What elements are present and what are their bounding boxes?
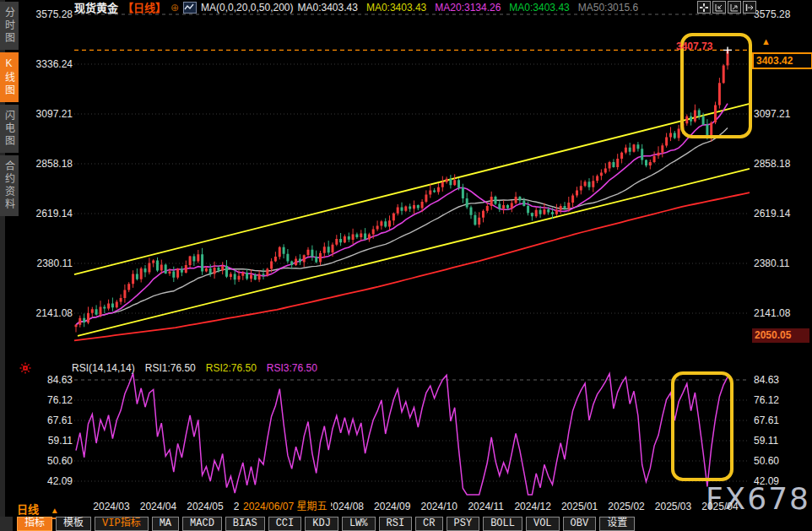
ma-value-label: MA0:3403.43 xyxy=(298,2,358,14)
tab-psy[interactable]: PSY xyxy=(447,517,480,531)
period-tag: 【日线】 xyxy=(122,0,166,15)
rsi1-value: RSI1:76.50 xyxy=(145,362,196,374)
indicator-settings-icon[interactable] xyxy=(19,362,31,374)
ma-settings-label: MA(0,0,20,0,50,200) xyxy=(201,2,293,14)
price-axis-label-left: 2380.11 xyxy=(25,257,73,269)
price-axis-label-left: 3336.24 xyxy=(25,58,73,70)
tab-cr[interactable]: CR xyxy=(415,517,442,531)
rsi3-value: RSI3:76.50 xyxy=(267,362,317,374)
crosshair-tool-icon[interactable] xyxy=(697,1,711,14)
rsi-axis-label-right: 59.11 xyxy=(754,435,801,447)
chart-header: 现货黄金 【日线】 ⊕ MA(0,0,20,0,50,200) MA0:3403… xyxy=(74,1,638,14)
last-price-badge: 3403.42 xyxy=(752,52,812,69)
x-axis-month-label: 2024/10 xyxy=(421,501,457,512)
ma-value-label: MA0:3403.43 xyxy=(366,2,426,14)
candle-wicks-down xyxy=(84,108,707,327)
session-high-label: 3407.73 xyxy=(676,41,712,52)
chart-type-sidebar: 分时图K线图闪电图合约资料 xyxy=(0,2,19,219)
indicator-toolbar: 指标模板VIP指标MAMACDBIASCCIKDJLW%RSICRPSYBOLL… xyxy=(17,517,635,531)
rsi-header: RSI(14,14,14) RSI1:76.50 RSI2:76.50 RSI3… xyxy=(72,362,317,374)
price-up-arrow-icon: ▲ xyxy=(761,36,771,46)
timeframe-label: 日线 xyxy=(17,503,39,516)
x-axis-month-label: 2024/09 xyxy=(374,501,410,512)
sidebar-tab-kline-chart[interactable]: K线图 xyxy=(0,52,19,102)
price-axis-label-left: 3097.21 xyxy=(25,108,73,120)
price-axis-label-right: 3575.28 xyxy=(754,8,801,20)
last-price-tick xyxy=(723,46,732,53)
tab-template[interactable]: 模板 xyxy=(56,517,91,531)
price-axis-label-right: 2619.14 xyxy=(754,208,801,219)
candle-wicks-up xyxy=(76,49,728,332)
ma200-line xyxy=(74,192,750,340)
toolbar-corner-block xyxy=(0,517,13,531)
tab-boll[interactable]: BOLL xyxy=(483,517,522,531)
rsi-axis-label-right: 76.12 xyxy=(754,394,801,406)
dropup-arrow-icon: ▲ xyxy=(51,506,59,515)
x-axis-month-label: 2024/11 xyxy=(468,501,504,512)
rsi-axis-label-left: 50.60 xyxy=(25,455,73,467)
zoom-out-icon[interactable] xyxy=(712,1,726,14)
tab-vip-indicator[interactable]: VIP指标 xyxy=(95,517,149,531)
x-axis-month-label: 2025/03 xyxy=(655,501,691,512)
symbol-name: 现货黄金 xyxy=(74,0,118,15)
x-axis-month-label: 2024/08 xyxy=(328,501,364,512)
rsi-axis-label-left: 59.11 xyxy=(25,435,73,447)
rsi-title: RSI(14,14,14) xyxy=(72,362,135,374)
price-axis-label-left: 2858.18 xyxy=(25,158,73,170)
rsi-axis-label-right: 50.60 xyxy=(754,455,801,467)
tab-vol[interactable]: VOL xyxy=(526,517,560,531)
add-indicator-icon[interactable]: ⊕ xyxy=(171,2,179,14)
sidebar-tab-flash-chart[interactable]: 闪电图 xyxy=(0,105,19,153)
tab-cci[interactable]: CCI xyxy=(268,517,302,531)
rsi-axis-label-right: 42.09 xyxy=(754,475,801,487)
x-axis-month-label: 2024/05 xyxy=(187,501,223,512)
ma-values: MA0:3403.43MA0:3403.43MA20:3134.26MA0:34… xyxy=(298,2,639,14)
tab-macd[interactable]: MACD xyxy=(182,517,222,531)
tab-settings[interactable]: 设置 xyxy=(599,517,635,531)
pan-right-icon[interactable] xyxy=(743,1,756,14)
x-axis-month-label: 2024/04 xyxy=(140,501,176,512)
tab-lw[interactable]: LW% xyxy=(342,517,376,531)
chart-canvas[interactable] xyxy=(0,0,812,531)
highlight-box xyxy=(673,373,732,480)
ma-value-label: MA50:3015.6 xyxy=(578,2,638,14)
candle-bodies-down xyxy=(83,110,708,322)
period-low-badge: 2050.05 xyxy=(752,328,809,343)
x-axis-month-label: 2025/04 xyxy=(701,501,738,512)
price-axis-label-left: 3575.28 xyxy=(25,8,73,20)
x-axis-month-label: 2024/12 xyxy=(514,501,550,512)
rsi-axis-label-left: 76.12 xyxy=(25,394,73,406)
zoom-in-icon[interactable] xyxy=(728,1,741,14)
sidebar-tab-contract-info[interactable]: 合约资料 xyxy=(0,155,19,216)
rsi-axis-label-right: 84.63 xyxy=(754,374,801,386)
price-axis-label-right: 2380.11 xyxy=(754,257,801,269)
x-axis-month-label: 2024/03 xyxy=(93,501,129,512)
candle-bodies-up xyxy=(75,51,729,328)
tab-bias[interactable]: BIAS xyxy=(225,517,265,531)
rsi-axis-label-left: 67.61 xyxy=(25,415,73,426)
rsi-axis-label-right: 67.61 xyxy=(754,415,801,426)
price-axis-label-right: 3097.21 xyxy=(754,108,801,120)
price-axis-label-left: 2619.14 xyxy=(25,208,73,219)
tab-obv[interactable]: OBV xyxy=(563,517,597,531)
tab-ma[interactable]: MA xyxy=(152,517,179,531)
ma-value-label: MA20:3134.26 xyxy=(435,2,501,14)
indicator-chart-icon[interactable] xyxy=(183,2,197,14)
rsi-axis-label-left: 42.09 xyxy=(25,475,73,487)
tab-rsi[interactable]: RSI xyxy=(379,517,413,531)
ma-value-label: MA0:3403.43 xyxy=(509,2,569,14)
trend-channel-lower xyxy=(78,169,750,336)
crosshair-date-tooltip: 2024/06/07 星期五 xyxy=(239,500,331,514)
price-axis-label-right: 2141.08 xyxy=(754,307,801,319)
trend-channel-upper xyxy=(74,104,750,274)
x-axis-month-label: 2025/01 xyxy=(561,501,598,512)
tab-kdj[interactable]: KDJ xyxy=(305,517,338,531)
chart-toolbar-icons xyxy=(697,1,756,14)
rsi-line xyxy=(76,373,728,495)
tab-indicator[interactable]: 指标 xyxy=(17,517,52,531)
price-axis-label-left: 2141.08 xyxy=(25,307,73,319)
sidebar-tab-time-chart[interactable]: 分时图 xyxy=(0,2,19,50)
trading-app-window: FX678 分时图K线图闪电图合约资料 现货黄金 【日线】 ⊕ MA(0,0,2… xyxy=(0,0,812,531)
x-axis-month-label: 2025/02 xyxy=(608,501,644,512)
ma50-line xyxy=(76,128,728,325)
